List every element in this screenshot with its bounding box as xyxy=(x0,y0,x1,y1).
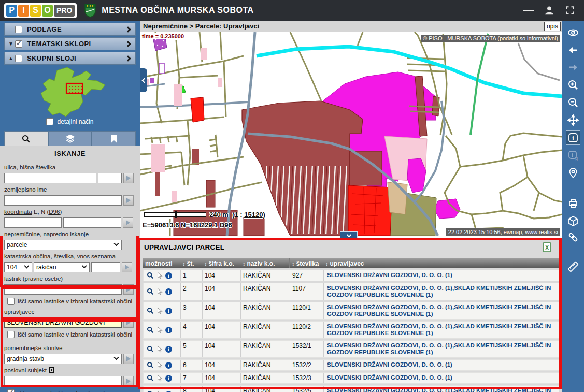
info-icon[interactable]: i xyxy=(165,327,172,333)
coordinate-n-input[interactable] xyxy=(63,217,121,228)
zoom-to-parcel-icon[interactable] xyxy=(147,361,154,369)
panel-tematski-sklopi[interactable]: ▼ TEMATSKI SKLOPI xyxy=(4,37,136,50)
results-title: UPRAVLJAVCI PARCEL xyxy=(144,243,224,251)
owner-input[interactable] xyxy=(4,284,122,295)
business-input[interactable] xyxy=(4,376,122,386)
info-icon[interactable]: i xyxy=(165,308,172,314)
map-canvas[interactable]: time = 0.235000 © PISO - MURSKA SOBOTA (… xyxy=(140,32,562,239)
select-cursor-icon[interactable] xyxy=(156,272,163,279)
street-input[interactable] xyxy=(4,173,96,183)
column-header-stevilka[interactable]: ↕številka xyxy=(290,258,323,268)
zoom-to-parcel-icon[interactable] xyxy=(147,272,154,279)
go-button[interactable] xyxy=(123,195,134,206)
panel-skupni-sloji[interactable]: ▲ SKUPNI SLOJI xyxy=(4,52,136,65)
zoom-to-parcel-icon[interactable] xyxy=(147,345,154,353)
go-button[interactable] xyxy=(123,173,134,183)
select-cursor-icon[interactable] xyxy=(156,361,163,369)
manager-link[interactable]: SLOVENSKI DRŽAVNI GOZDOVI, D. O. O. (1),… xyxy=(324,341,559,357)
business-area-checkbox[interactable] xyxy=(7,389,15,392)
go-button[interactable] xyxy=(123,217,133,228)
scale-value-link[interactable]: 15120 xyxy=(244,211,263,219)
excel-export-icon[interactable]: X xyxy=(543,242,551,252)
locate-pin-icon[interactable] xyxy=(566,166,580,180)
zoom-to-parcel-icon[interactable] xyxy=(147,307,154,314)
fullscreen-icon[interactable] xyxy=(564,5,576,16)
manager-link[interactable]: SLOVENSKI DRŽAVNI GOZDOVI, D. O. O. (1) xyxy=(324,373,559,383)
tematski-checkbox[interactable] xyxy=(15,40,22,48)
select-cursor-icon[interactable] xyxy=(156,288,163,295)
zoom-to-parcel-icon[interactable] xyxy=(147,326,154,333)
manager-link[interactable]: SLOVENSKI DRŽAVNI GOZDOVI, D. O. O. (1),… xyxy=(324,283,559,300)
column-header-st[interactable]: ↕št. xyxy=(180,258,202,268)
select-cursor-icon[interactable] xyxy=(156,374,163,382)
measure-ruler-icon[interactable] xyxy=(566,260,580,273)
real-estate-select[interactable]: parcele xyxy=(4,240,122,250)
select-cursor-icon[interactable] xyxy=(156,345,163,353)
manager-filter-checkbox[interactable] xyxy=(7,331,15,338)
owner-filter-checkbox[interactable] xyxy=(7,298,15,305)
info-icon[interactable]: i xyxy=(165,346,172,353)
go-button[interactable] xyxy=(123,376,134,386)
history-back-icon[interactable] xyxy=(566,43,580,57)
advanced-search-link[interactable]: napredno iskanje xyxy=(43,231,89,237)
tab-layers[interactable] xyxy=(48,131,92,146)
pan-move-icon[interactable] xyxy=(566,113,580,127)
manager-link[interactable]: SLOVENSKI DRŽAVNI GOZDOVI, D. O. O. (1),… xyxy=(324,302,559,319)
share-link-icon[interactable] xyxy=(566,230,580,244)
zoom-to-parcel-icon[interactable] xyxy=(147,374,154,382)
piso-logo[interactable]: P I S O PRO xyxy=(4,3,77,18)
column-header-upravljavec[interactable]: ↕upravljavec xyxy=(323,258,559,268)
zoom-out-icon[interactable] xyxy=(566,96,580,109)
coordinate-e-input[interactable] xyxy=(4,217,62,228)
parcel-number-input[interactable] xyxy=(91,262,120,272)
expand-triangle-icon[interactable]: ▲ xyxy=(7,55,15,61)
info-icon[interactable]: i xyxy=(165,375,172,382)
tab-search[interactable] xyxy=(4,131,48,146)
manager-link[interactable]: SLOVENSKI DRŽAVNI GOZDOVI, D. O. O. (1) xyxy=(324,360,559,370)
manager-link[interactable]: SLOVENSKI DRŽAVNI GOZDOVI, D. O. O. (1),… xyxy=(324,386,559,392)
select-cursor-icon[interactable] xyxy=(156,307,163,314)
detail-mode-checkbox[interactable] xyxy=(46,118,53,125)
select-cursor-icon[interactable] xyxy=(156,326,163,333)
panel-podlage[interactable]: PODLAGE xyxy=(4,23,136,36)
info-icon[interactable]: i xyxy=(165,362,172,369)
d96-link[interactable]: D96 xyxy=(49,209,60,215)
tab-bookmarks[interactable] xyxy=(92,131,136,146)
manager-input[interactable] xyxy=(4,317,122,328)
user-icon[interactable] xyxy=(544,5,555,16)
identify-info-icon[interactable]: i xyxy=(566,131,580,144)
go-button[interactable] xyxy=(122,262,132,272)
zoom-to-parcel-icon[interactable] xyxy=(147,288,154,295)
coordinate-link[interactable]: koordinata xyxy=(4,209,32,215)
menu-icon[interactable] xyxy=(523,5,534,16)
overview-map[interactable] xyxy=(18,66,122,122)
manager-link[interactable]: SLOVENSKI DRŽAVNI GOZDOVI, D. O. O. (1),… xyxy=(324,322,559,338)
cadastral-code-select[interactable]: 104 xyxy=(4,262,32,272)
skupni-checkbox[interactable] xyxy=(15,55,22,62)
zoom-in-icon[interactable] xyxy=(566,78,580,92)
3d-view-icon[interactable] xyxy=(566,214,580,228)
services-select[interactable]: gradnja stavb xyxy=(4,354,122,364)
business-info-icon[interactable] xyxy=(49,367,54,373)
results-collapse-button[interactable] xyxy=(340,231,358,239)
go-button[interactable] xyxy=(123,354,134,364)
description-button[interactable]: opis xyxy=(544,22,561,31)
visibility-eye-icon[interactable] xyxy=(566,26,580,39)
info-icon[interactable]: i xyxy=(165,288,172,295)
column-header-sifra[interactable]: ↕šifra k.o. xyxy=(202,258,240,268)
cadastral-name-select[interactable]: rakičan xyxy=(34,262,90,272)
sidebar-collapse-button[interactable] xyxy=(140,68,147,92)
podlage-checkbox[interactable] xyxy=(15,26,22,33)
collapse-triangle-icon[interactable]: ▼ xyxy=(7,41,15,47)
list-entry-link[interactable]: vnos seznama xyxy=(77,253,116,259)
go-button[interactable] xyxy=(123,317,134,328)
print-icon[interactable] xyxy=(566,197,580,210)
info-icon[interactable]: i xyxy=(165,272,172,279)
geo-name-input[interactable] xyxy=(4,195,122,206)
history-forward-icon[interactable] xyxy=(566,61,580,74)
house-number-input[interactable] xyxy=(98,173,122,183)
manager-link[interactable]: SLOVENSKI DRŽAVNI GOZDOVI, D. O. O. (1) xyxy=(324,270,559,281)
identify-group-icon[interactable]: i g xyxy=(566,149,580,162)
column-header-naziv[interactable]: ↕naziv k.o. xyxy=(240,258,290,268)
go-button[interactable] xyxy=(123,284,134,295)
